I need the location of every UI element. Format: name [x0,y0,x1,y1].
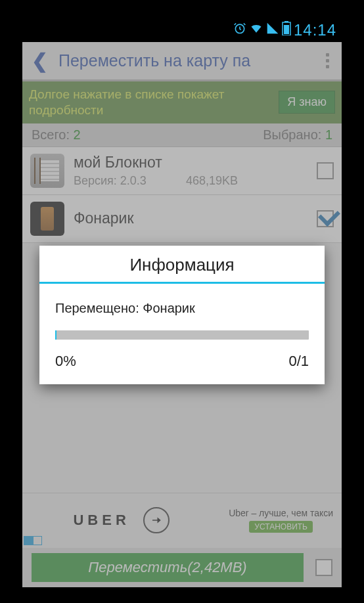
wifi-icon [249,22,263,39]
alarm-icon [233,22,246,39]
dialog-title: Информация [39,246,325,282]
signal-icon [266,22,279,39]
progress-bar [55,330,309,340]
status-time: 14:14 [294,21,336,39]
dialog-moving-label: Перемещено: Фонарик [55,301,309,316]
svg-rect-2 [284,25,289,34]
info-dialog: Информация Перемещено: Фонарик 0% 0/1 [39,246,325,384]
status-bar: 14:14 [22,18,342,42]
progress-percent: 0% [55,353,76,370]
svg-rect-3 [284,21,288,22]
progress-count: 0/1 [288,353,309,370]
battery-icon [282,21,291,39]
